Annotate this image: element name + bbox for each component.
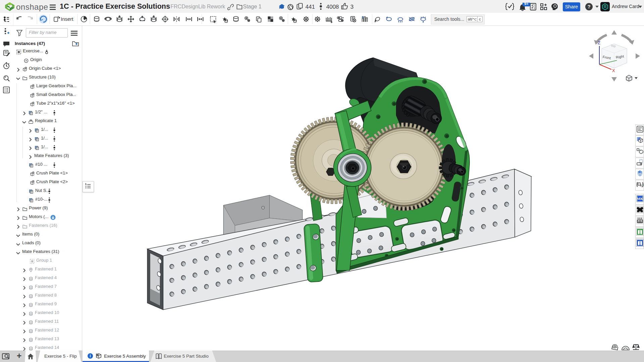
svg-text:Insert: Insert (61, 16, 73, 22)
svg-text:9+: 9+ (524, 3, 529, 6)
svg-text:i: i (90, 354, 91, 358)
svg-text:Top: Top (611, 44, 616, 48)
svg-text:?: ? (587, 4, 590, 9)
svg-text:Z: Z (598, 40, 600, 45)
svg-text:X: X (612, 68, 615, 73)
